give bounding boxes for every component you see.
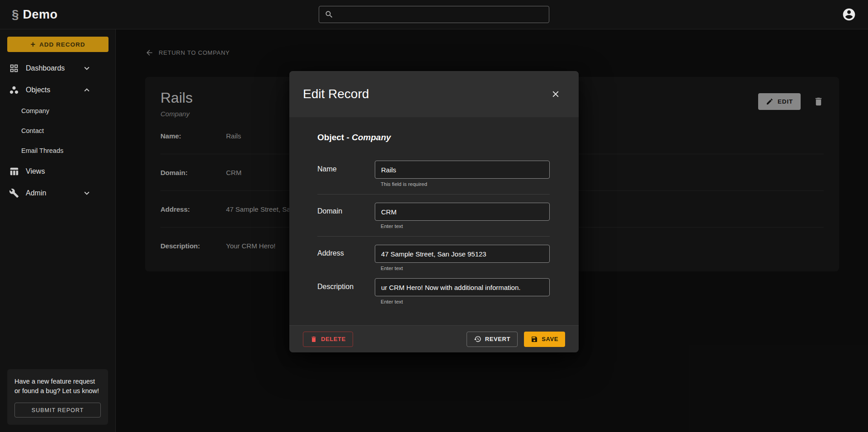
sidebar-item-admin[interactable]: Admin [0, 182, 115, 204]
topbar: § Demo [0, 0, 868, 29]
app-logo: § Demo [12, 7, 58, 22]
sidebar-item-label: Dashboards [26, 64, 65, 72]
views-icon [9, 166, 19, 176]
feedback-card: Have a new feature request or found a bu… [7, 369, 108, 425]
object-heading: Object - Company [317, 133, 550, 142]
description-helper-text: Enter text [375, 299, 550, 304]
edit-record-modal: Edit Record Object - Company Name This f… [289, 71, 579, 352]
name-input[interactable] [375, 161, 550, 179]
revert-button[interactable]: REVERT [467, 332, 518, 347]
feedback-message: Have a new feature request or found a bu… [14, 377, 101, 396]
close-icon [551, 89, 561, 99]
chevron-down-icon [82, 188, 92, 198]
modal-field-row: Name This field is required [317, 161, 550, 187]
field-divider [317, 236, 550, 237]
dashboards-icon [9, 63, 19, 73]
object-heading-name: Company [352, 133, 391, 142]
save-button[interactable]: SAVE [524, 332, 565, 347]
chevron-up-icon [82, 85, 92, 95]
domain-helper-text: Enter text [375, 223, 550, 229]
history-icon [474, 335, 481, 343]
sidebar-item-objects[interactable]: Objects [0, 79, 115, 101]
sidebar-subitem-label: Email Threads [21, 147, 63, 154]
logo-icon: § [12, 7, 19, 22]
modal-body: Object - Company Name This field is requ… [289, 117, 579, 325]
domain-label: Domain [317, 203, 375, 229]
plus-icon: + [30, 40, 36, 48]
modal-header: Edit Record [289, 71, 579, 117]
sidebar-item-label: Objects [26, 86, 50, 94]
modal-field-row: Description Enter text [317, 278, 550, 304]
admin-icon [9, 188, 19, 198]
close-button[interactable] [548, 86, 563, 102]
objects-icon [9, 85, 19, 95]
account-icon [842, 7, 856, 22]
sidebar-item-label: Views [26, 167, 45, 176]
chevron-down-icon [82, 63, 92, 73]
revert-button-label: REVERT [485, 336, 510, 342]
modal-footer: DELETE REVERT SAVE [289, 325, 579, 352]
description-label: Description [317, 278, 375, 304]
address-helper-text: Enter text [375, 266, 550, 271]
name-label: Name [317, 161, 375, 187]
address-label: Address [317, 245, 375, 271]
sidebar-item-contact[interactable]: Contact [0, 121, 115, 141]
domain-input[interactable] [375, 203, 550, 221]
name-helper-text: This field is required [375, 181, 550, 187]
global-search [319, 6, 549, 23]
logo-text: Demo [23, 8, 58, 22]
field-divider [317, 194, 550, 195]
sidebar-item-dashboards[interactable]: Dashboards [0, 57, 115, 79]
sidebar-item-label: Admin [26, 189, 46, 197]
trash-icon [310, 336, 317, 343]
modal-field-row: Address Enter text [317, 245, 550, 271]
sidebar-item-company[interactable]: Company [0, 101, 115, 121]
sidebar: + ADD RECORD Dashboards Objects Company … [0, 29, 116, 432]
modal-field-row: Domain Enter text [317, 203, 550, 229]
search-icon [325, 10, 334, 19]
add-record-button[interactable]: + ADD RECORD [7, 37, 108, 52]
sidebar-item-email-threads[interactable]: Email Threads [0, 141, 115, 161]
delete-button[interactable]: DELETE [303, 332, 353, 347]
sidebar-subitem-label: Company [21, 107, 49, 114]
user-avatar-button[interactable] [842, 7, 856, 22]
save-icon [531, 336, 538, 343]
object-heading-prefix: Object - [317, 133, 352, 142]
description-input[interactable] [375, 278, 550, 296]
address-input[interactable] [375, 245, 550, 263]
submit-report-button[interactable]: SUBMIT REPORT [14, 403, 101, 418]
delete-button-label: DELETE [321, 336, 346, 342]
add-record-label: ADD RECORD [39, 41, 85, 48]
sidebar-subitem-label: Contact [21, 127, 44, 134]
modal-title: Edit Record [303, 87, 369, 101]
search-input[interactable] [338, 11, 543, 19]
save-button-label: SAVE [542, 336, 558, 342]
sidebar-item-views[interactable]: Views [0, 161, 115, 182]
